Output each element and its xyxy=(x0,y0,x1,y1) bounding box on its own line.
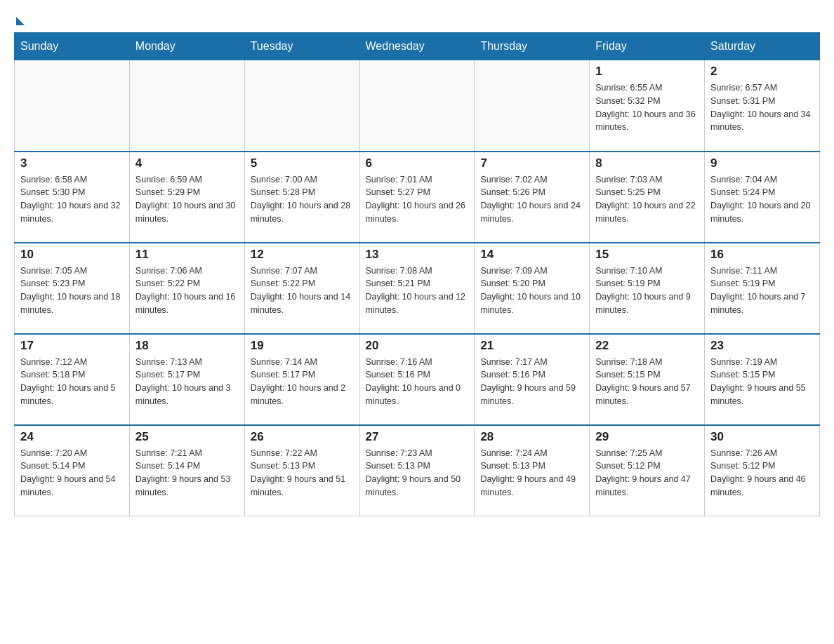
day-number: 21 xyxy=(480,339,583,353)
day-info: Sunrise: 7:11 AM Sunset: 5:19 PM Dayligh… xyxy=(710,264,814,317)
calendar-cell: 14Sunrise: 7:09 AM Sunset: 5:20 PM Dayli… xyxy=(475,243,590,334)
calendar-cell: 6Sunrise: 7:01 AM Sunset: 5:27 PM Daylig… xyxy=(359,152,475,243)
calendar-cell: 8Sunrise: 7:03 AM Sunset: 5:25 PM Daylig… xyxy=(590,152,705,243)
calendar-cell xyxy=(129,60,244,152)
calendar-cell: 16Sunrise: 7:11 AM Sunset: 5:19 PM Dayli… xyxy=(705,243,820,334)
day-of-week-header: Wednesday xyxy=(359,33,475,60)
day-number: 29 xyxy=(595,430,699,444)
day-number: 17 xyxy=(20,339,124,353)
calendar-cell: 18Sunrise: 7:13 AM Sunset: 5:17 PM Dayli… xyxy=(129,334,244,425)
calendar-cell: 5Sunrise: 7:00 AM Sunset: 5:28 PM Daylig… xyxy=(244,152,359,243)
day-number: 14 xyxy=(480,248,583,262)
logo xyxy=(14,14,25,25)
day-number: 1 xyxy=(595,65,699,79)
day-number: 24 xyxy=(20,430,124,444)
calendar-cell: 2Sunrise: 6:57 AM Sunset: 5:31 PM Daylig… xyxy=(705,60,820,152)
day-number: 27 xyxy=(366,430,469,444)
day-of-week-header: Sunday xyxy=(15,33,130,60)
day-info: Sunrise: 7:21 AM Sunset: 5:14 PM Dayligh… xyxy=(135,447,239,499)
day-of-week-header: Tuesday xyxy=(244,33,359,60)
day-info: Sunrise: 7:22 AM Sunset: 5:13 PM Dayligh… xyxy=(251,447,354,499)
calendar-cell: 25Sunrise: 7:21 AM Sunset: 5:14 PM Dayli… xyxy=(129,425,244,516)
day-number: 22 xyxy=(595,339,699,353)
day-number: 11 xyxy=(135,248,239,262)
day-number: 9 xyxy=(710,156,814,170)
day-number: 2 xyxy=(710,65,814,79)
day-info: Sunrise: 7:10 AM Sunset: 5:19 PM Dayligh… xyxy=(595,264,699,317)
day-info: Sunrise: 7:09 AM Sunset: 5:20 PM Dayligh… xyxy=(480,264,583,317)
day-info: Sunrise: 7:20 AM Sunset: 5:14 PM Dayligh… xyxy=(20,447,124,499)
calendar-cell: 19Sunrise: 7:14 AM Sunset: 5:17 PM Dayli… xyxy=(244,334,359,425)
day-info: Sunrise: 7:07 AM Sunset: 5:22 PM Dayligh… xyxy=(251,264,354,317)
day-number: 6 xyxy=(366,156,469,170)
calendar-cell: 12Sunrise: 7:07 AM Sunset: 5:22 PM Dayli… xyxy=(244,243,359,334)
day-info: Sunrise: 7:16 AM Sunset: 5:16 PM Dayligh… xyxy=(366,356,469,408)
day-number: 30 xyxy=(710,430,814,444)
calendar-week-row: 10Sunrise: 7:05 AM Sunset: 5:23 PM Dayli… xyxy=(15,243,820,334)
day-info: Sunrise: 7:14 AM Sunset: 5:17 PM Dayligh… xyxy=(251,356,354,408)
day-info: Sunrise: 7:06 AM Sunset: 5:22 PM Dayligh… xyxy=(135,264,239,317)
day-number: 12 xyxy=(251,248,354,262)
calendar-cell xyxy=(359,60,475,152)
logo-arrow-icon xyxy=(16,17,25,25)
day-number: 23 xyxy=(710,339,814,353)
calendar-cell: 11Sunrise: 7:06 AM Sunset: 5:22 PM Dayli… xyxy=(129,243,244,334)
day-number: 20 xyxy=(366,339,469,353)
calendar-cell: 22Sunrise: 7:18 AM Sunset: 5:15 PM Dayli… xyxy=(590,334,705,425)
day-number: 15 xyxy=(595,248,699,262)
calendar-cell: 28Sunrise: 7:24 AM Sunset: 5:13 PM Dayli… xyxy=(475,425,590,516)
day-info: Sunrise: 7:03 AM Sunset: 5:25 PM Dayligh… xyxy=(595,173,699,226)
calendar-cell: 30Sunrise: 7:26 AM Sunset: 5:12 PM Dayli… xyxy=(705,425,820,516)
calendar-cell: 13Sunrise: 7:08 AM Sunset: 5:21 PM Dayli… xyxy=(359,243,475,334)
day-info: Sunrise: 7:05 AM Sunset: 5:23 PM Dayligh… xyxy=(20,264,124,317)
calendar-cell xyxy=(475,60,590,152)
day-number: 28 xyxy=(480,430,583,444)
day-of-week-header: Thursday xyxy=(475,33,590,60)
calendar-cell xyxy=(244,60,359,152)
day-info: Sunrise: 7:08 AM Sunset: 5:21 PM Dayligh… xyxy=(366,264,469,317)
day-of-week-header: Friday xyxy=(590,33,705,60)
day-info: Sunrise: 7:18 AM Sunset: 5:15 PM Dayligh… xyxy=(595,356,699,408)
calendar-cell: 1Sunrise: 6:55 AM Sunset: 5:32 PM Daylig… xyxy=(590,60,705,152)
day-info: Sunrise: 7:23 AM Sunset: 5:13 PM Dayligh… xyxy=(366,447,469,499)
calendar-cell: 7Sunrise: 7:02 AM Sunset: 5:26 PM Daylig… xyxy=(475,152,590,243)
calendar-week-row: 24Sunrise: 7:20 AM Sunset: 5:14 PM Dayli… xyxy=(15,425,820,516)
calendar-cell: 21Sunrise: 7:17 AM Sunset: 5:16 PM Dayli… xyxy=(475,334,590,425)
day-info: Sunrise: 7:25 AM Sunset: 5:12 PM Dayligh… xyxy=(595,447,699,499)
day-number: 10 xyxy=(20,248,124,262)
day-number: 25 xyxy=(135,430,239,444)
day-info: Sunrise: 6:57 AM Sunset: 5:31 PM Dayligh… xyxy=(710,81,814,134)
day-number: 16 xyxy=(710,248,814,262)
day-info: Sunrise: 7:02 AM Sunset: 5:26 PM Dayligh… xyxy=(480,173,583,226)
day-info: Sunrise: 7:26 AM Sunset: 5:12 PM Dayligh… xyxy=(710,447,814,499)
day-number: 3 xyxy=(20,156,124,170)
day-number: 18 xyxy=(135,339,239,353)
calendar-cell: 9Sunrise: 7:04 AM Sunset: 5:24 PM Daylig… xyxy=(705,152,820,243)
day-of-week-header: Saturday xyxy=(705,33,820,60)
calendar-cell: 27Sunrise: 7:23 AM Sunset: 5:13 PM Dayli… xyxy=(359,425,475,516)
day-info: Sunrise: 7:04 AM Sunset: 5:24 PM Dayligh… xyxy=(710,173,814,226)
calendar-cell: 29Sunrise: 7:25 AM Sunset: 5:12 PM Dayli… xyxy=(590,425,705,516)
calendar-cell: 4Sunrise: 6:59 AM Sunset: 5:29 PM Daylig… xyxy=(129,152,244,243)
day-info: Sunrise: 6:58 AM Sunset: 5:30 PM Dayligh… xyxy=(20,173,124,226)
calendar-cell: 3Sunrise: 6:58 AM Sunset: 5:30 PM Daylig… xyxy=(15,152,130,243)
calendar-week-row: 3Sunrise: 6:58 AM Sunset: 5:30 PM Daylig… xyxy=(15,152,820,243)
calendar-cell: 23Sunrise: 7:19 AM Sunset: 5:15 PM Dayli… xyxy=(705,334,820,425)
day-number: 7 xyxy=(480,156,583,170)
day-info: Sunrise: 7:19 AM Sunset: 5:15 PM Dayligh… xyxy=(710,356,814,408)
day-info: Sunrise: 7:17 AM Sunset: 5:16 PM Dayligh… xyxy=(480,356,583,408)
calendar-cell: 26Sunrise: 7:22 AM Sunset: 5:13 PM Dayli… xyxy=(244,425,359,516)
header-row: SundayMondayTuesdayWednesdayThursdayFrid… xyxy=(15,33,820,60)
day-info: Sunrise: 7:00 AM Sunset: 5:28 PM Dayligh… xyxy=(251,173,354,226)
calendar-cell: 24Sunrise: 7:20 AM Sunset: 5:14 PM Dayli… xyxy=(15,425,130,516)
calendar-week-row: 17Sunrise: 7:12 AM Sunset: 5:18 PM Dayli… xyxy=(15,334,820,425)
day-number: 5 xyxy=(251,156,354,170)
day-number: 13 xyxy=(366,248,469,262)
day-number: 26 xyxy=(251,430,354,444)
day-number: 19 xyxy=(251,339,354,353)
day-info: Sunrise: 7:12 AM Sunset: 5:18 PM Dayligh… xyxy=(20,356,124,408)
day-info: Sunrise: 7:01 AM Sunset: 5:27 PM Dayligh… xyxy=(366,173,469,226)
day-number: 8 xyxy=(595,156,699,170)
day-info: Sunrise: 6:59 AM Sunset: 5:29 PM Dayligh… xyxy=(135,173,239,226)
calendar-cell: 10Sunrise: 7:05 AM Sunset: 5:23 PM Dayli… xyxy=(15,243,130,334)
